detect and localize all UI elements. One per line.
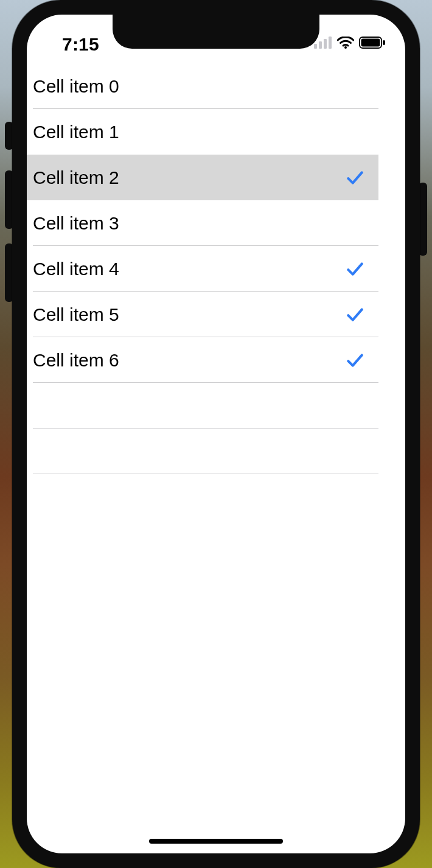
checkmark-icon (346, 260, 364, 278)
svg-rect-6 (361, 39, 380, 47)
status-indicators (314, 34, 386, 51)
table-row[interactable]: Cell item 3 (27, 200, 378, 246)
cell-label: Cell item 3 (33, 213, 119, 234)
table-row[interactable]: Cell item 5 (27, 292, 378, 337)
table-row[interactable]: Cell item 1 (27, 109, 378, 155)
device-frame: 7:15 (12, 0, 420, 868)
table-row[interactable]: Cell item 0 (27, 63, 378, 109)
table-row[interactable]: Cell item 4 (27, 246, 378, 292)
svg-rect-0 (314, 44, 317, 49)
svg-point-4 (344, 46, 347, 49)
separator (33, 474, 378, 474)
notch (113, 15, 319, 49)
home-indicator[interactable] (149, 839, 283, 844)
table-row[interactable]: Cell item 2 (27, 155, 378, 200)
svg-rect-2 (324, 39, 327, 49)
svg-rect-1 (319, 41, 322, 49)
battery-icon (359, 37, 386, 49)
checkmark-icon (346, 169, 364, 187)
cell-label: Cell item 4 (33, 259, 119, 279)
cell-label: Cell item 0 (33, 76, 119, 97)
empty-row (27, 429, 378, 474)
svg-rect-7 (383, 40, 385, 45)
table-row[interactable]: Cell item 6 (27, 337, 378, 383)
wifi-icon (337, 37, 354, 49)
power-button (419, 183, 427, 256)
svg-rect-3 (329, 37, 332, 49)
empty-row (27, 383, 378, 429)
cell-label: Cell item 6 (33, 350, 119, 371)
cell-label: Cell item 5 (33, 304, 119, 325)
status-time: 7:15 (62, 34, 99, 55)
checkmark-icon (346, 306, 364, 324)
cell-label: Cell item 1 (33, 122, 119, 142)
checkmark-icon (346, 351, 364, 369)
cell-label: Cell item 2 (33, 167, 119, 188)
screen: 7:15 (27, 15, 405, 853)
table-view[interactable]: Cell item 0Cell item 1Cell item 2Cell it… (27, 63, 378, 853)
